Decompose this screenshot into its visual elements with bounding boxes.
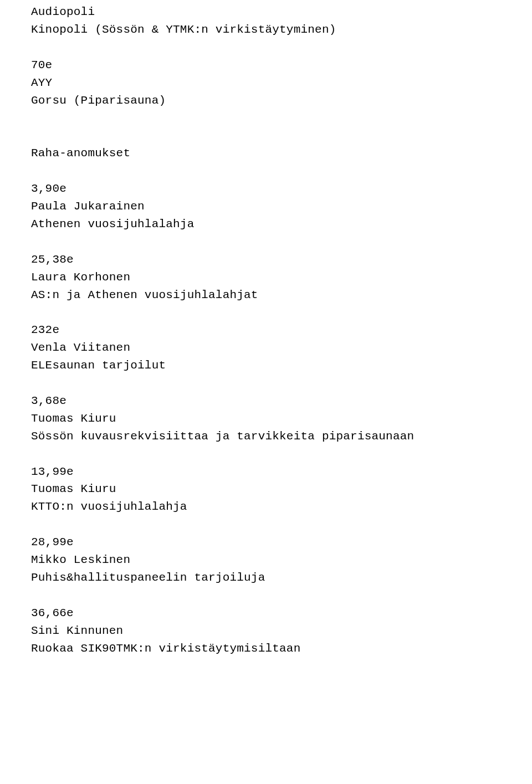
line: AS:n ja Athenen vuosijuhlalahjat [31,289,258,301]
line: Paula Jukarainen [31,200,145,213]
line: Raha-anomukset [31,147,130,160]
line: AYY [31,76,52,89]
line: Laura Korhonen [31,271,130,284]
line: KTTO:n vuosijuhlalahja [31,500,187,513]
line: Athenen vuosijuhlalahja [31,218,194,230]
line: 70e [31,59,52,71]
line: 232e [31,324,59,336]
line: 36,66e [31,607,74,619]
line: Sini Kinnunen [31,624,123,637]
line: Sössön kuvausrekvisiittaa ja tarvikkeita… [31,430,414,443]
line: Ruokaa SIK90TMK:n virkistäytymisiltaan [31,642,300,655]
line: Gorsu (Piparisauna) [31,94,166,107]
line: 13,99e [31,465,74,478]
line: 3,68e [31,394,66,407]
document-body: Audiopoli Kinopoli (Sössön & YTMK:n virk… [0,0,532,658]
line: Puhis&hallituspaneelin tarjoiluja [31,571,265,584]
line: Tuomas Kiuru [31,412,116,425]
line: Tuomas Kiuru [31,483,116,495]
line: 3,90e [31,182,66,195]
line: 28,99e [31,536,74,549]
line: Kinopoli (Sössön & YTMK:n virkistäytymin… [31,23,336,36]
line: Venla Viitanen [31,341,130,354]
line: Audiopoli [31,6,95,18]
line: ELEsaunan tarjoilut [31,359,166,372]
line: Mikko Leskinen [31,554,130,566]
line: 25,38e [31,253,74,266]
